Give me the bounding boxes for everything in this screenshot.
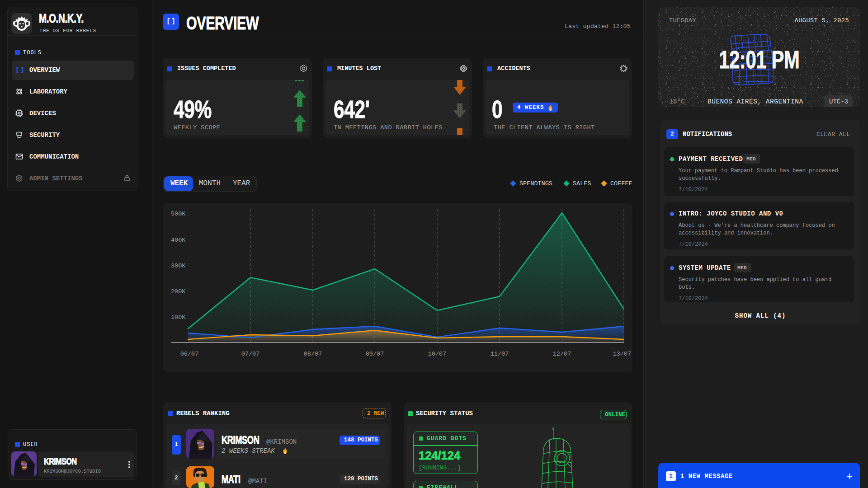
svg-text:09/07: 09/07 (366, 351, 384, 357)
svg-text:400K: 400K (171, 237, 186, 244)
svg-text:13/07: 13/07 (613, 351, 632, 357)
svg-text:12/07: 12/07 (553, 351, 571, 357)
svg-text:08/07: 08/07 (304, 351, 322, 357)
svg-text:10/07: 10/07 (428, 351, 447, 357)
svg-text:07/07: 07/07 (241, 351, 260, 357)
svg-text:300K: 300K (171, 263, 186, 269)
svg-text:11/07: 11/07 (491, 351, 509, 357)
svg-text:500K: 500K (171, 211, 186, 217)
svg-text:100K: 100K (171, 314, 186, 321)
svg-text:06/07: 06/07 (180, 351, 199, 357)
svg-text:200K: 200K (171, 288, 186, 295)
